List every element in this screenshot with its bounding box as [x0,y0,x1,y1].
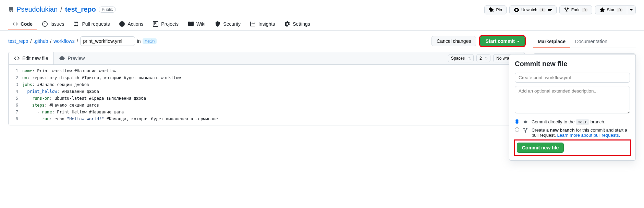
code-line[interactable]: 4 print_hellow: #Название джоба [9,88,524,95]
code-icon [12,21,18,27]
eye-icon [59,56,65,61]
commit-new-branch-radio[interactable] [515,127,519,132]
repo-icon [8,7,14,12]
projects-icon [153,21,158,27]
nav-code[interactable]: Code [8,19,37,30]
code-editor[interactable]: 1name: Print workflow #Название worflow2… [8,64,525,125]
commit-popover: Commit new file Commit directly to the m… [509,54,636,157]
breadcrumb-dir2[interactable]: workflows [53,38,74,44]
breadcrumb: test_repo/ .github/ workflows/ in main [8,36,157,46]
nav-issues[interactable]: Issues [38,19,68,30]
nav-wiki[interactable]: Wiki [184,19,209,30]
code-line[interactable]: 6 steps: #Начало секции шагов [9,102,524,109]
side-tab-documentation[interactable]: Documentation [570,36,612,48]
tab-preview[interactable]: Preview [54,52,90,64]
fork-button[interactable]: Fork0 [559,5,592,14]
repo-link[interactable]: test_repo [65,5,96,13]
pin-icon [489,7,494,13]
commit-new-branch-label[interactable]: Create a new branch for this commit and … [532,127,630,138]
repo-title: Pseudolukian / test_repo Public [8,5,116,13]
nav-insights[interactable]: Insights [246,19,279,30]
start-commit-button[interactable]: Start commit [480,36,525,46]
side-tab-marketplace[interactable]: Marketplace [533,36,570,48]
nav-projects[interactable]: Projects [149,19,183,30]
book-icon [188,21,194,27]
code-line[interactable]: 5 runs-on: ubuntu-latest #Среда выполнен… [9,95,524,102]
commit-description-textarea[interactable] [515,86,630,113]
commit-direct-radio[interactable] [515,119,519,124]
git-branch-icon [523,127,528,133]
eye-icon [514,7,519,13]
branch-badge: main [143,38,157,44]
indent-size-select[interactable]: 2 [476,54,490,62]
commit-new-file-button[interactable]: Commit new file [517,143,564,153]
git-commit-icon [523,119,528,125]
star-button[interactable]: Star0 [595,5,627,14]
code-line[interactable]: 3jobs: #Начало секции джобов [9,81,524,88]
learn-more-link[interactable]: Learn more about pull requests. [557,133,620,138]
repo-nav: Code Issues Pull requests Actions Projec… [0,19,644,30]
tab-edit[interactable]: Edit new file [9,52,54,64]
commit-direct-label[interactable]: Commit directly to the main branch. [532,119,630,124]
unwatch-button[interactable]: Unwatch1 [509,5,557,14]
nav-security[interactable]: Security [211,19,245,30]
pr-icon [74,21,79,27]
gear-icon [284,21,290,27]
pin-button[interactable]: Pin [484,5,507,14]
nav-pull-requests[interactable]: Pull requests [70,19,114,30]
issues-icon [42,21,48,27]
star-dropdown[interactable] [627,5,636,14]
star-icon [599,7,605,13]
code-line[interactable]: 2on: repository_dispatch #Тригер, которы… [9,74,524,81]
breadcrumb-repo[interactable]: test_repo [8,38,28,44]
code-line[interactable]: 8 run: echo "Hellow world!" #Команда, ко… [9,115,524,122]
code-line[interactable]: 7 - name: Print Hellow #Название шага [9,109,524,115]
fork-count: 0 [582,8,588,12]
fork-icon [564,7,569,13]
shield-icon [215,21,220,27]
play-icon [119,21,125,27]
watch-count: 1 [539,8,546,12]
graph-icon [250,21,256,27]
popover-heading: Commit new file [515,60,630,68]
code-icon [14,56,20,61]
nav-settings[interactable]: Settings [280,19,314,30]
filename-input[interactable] [80,36,135,46]
owner-link[interactable]: Pseudolukian [16,5,58,13]
breadcrumb-dir1[interactable]: .github [34,38,48,44]
cancel-changes-button[interactable]: Cancel changes [432,36,476,46]
indent-mode-select[interactable]: Spaces [448,54,474,62]
nav-actions[interactable]: Actions [115,19,147,30]
commit-summary-input[interactable] [515,73,630,83]
visibility-badge: Public [99,7,116,13]
code-line[interactable]: 1name: Print workflow #Название worflow [9,68,524,74]
repo-actions: Pin Unwatch1 Fork0 Star0 [484,5,636,14]
star-count: 0 [617,8,623,12]
in-label: in [137,38,141,44]
